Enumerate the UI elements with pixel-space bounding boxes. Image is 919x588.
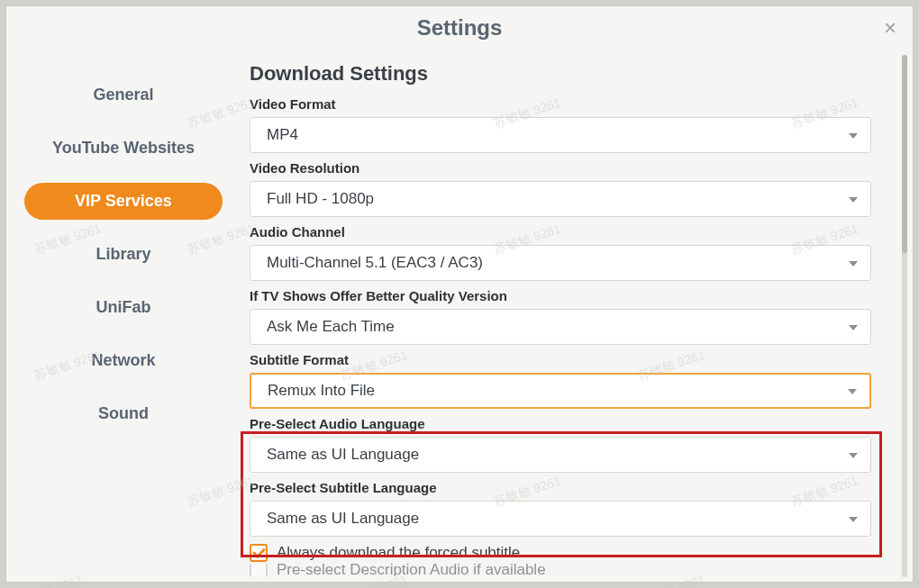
checkbox-desc-audio[interactable] (250, 564, 268, 576)
sidebar-item-sound[interactable]: Sound (24, 395, 223, 432)
select-value: Remux Into File (268, 382, 375, 400)
settings-sidebar: General YouTube Websites VIP Services Li… (6, 50, 241, 582)
chevron-down-icon (848, 389, 857, 394)
chevron-down-icon (849, 133, 858, 139)
select-audio-channel[interactable]: Multi-Channel 5.1 (EAC3 / AC3) (250, 245, 871, 281)
chevron-down-icon (849, 517, 858, 522)
dialog-titlebar: Settings × (6, 6, 913, 50)
sidebar-item-youtube-websites[interactable]: YouTube Websites (24, 130, 223, 167)
sidebar-item-library[interactable]: Library (24, 236, 223, 273)
label-tv-quality: If TV Shows Offer Better Quality Version (250, 288, 891, 303)
chevron-down-icon (849, 197, 858, 203)
close-icon[interactable]: × (884, 15, 896, 41)
checkbox-forced-subtitle-label: Always download the forced subtitle (277, 544, 520, 562)
select-value: Multi-Channel 5.1 (EAC3 / AC3) (267, 254, 483, 272)
content-scrollbar[interactable] (902, 55, 907, 577)
select-value: Full HD - 1080p (267, 190, 374, 208)
select-value: Same as UI Language (267, 446, 419, 464)
chevron-down-icon (849, 453, 858, 458)
dialog-title: Settings (417, 15, 503, 40)
label-pre-audio-lang: Pre-Select Audio Language (250, 416, 891, 431)
sidebar-item-general[interactable]: General (24, 77, 223, 113)
select-value: Ask Me Each Time (267, 318, 395, 336)
settings-dialog: Settings × General YouTube Websites VIP … (5, 5, 914, 583)
sidebar-item-unifab[interactable]: UniFab (24, 289, 223, 326)
select-pre-sub-lang[interactable]: Same as UI Language (250, 501, 871, 537)
label-video-resolution: Video Resolution (250, 160, 891, 176)
chevron-down-icon (849, 261, 858, 267)
label-subtitle-format: Subtitle Format (250, 352, 891, 367)
select-value: Same as UI Language (267, 510, 419, 528)
chevron-down-icon (849, 325, 858, 330)
select-video-resolution[interactable]: Full HD - 1080p (250, 181, 871, 217)
select-video-format[interactable]: MP4 (250, 117, 871, 153)
select-value: MP4 (267, 126, 298, 144)
section-heading: Download Settings (250, 62, 891, 86)
settings-content: Download Settings Video Format MP4 Video… (241, 50, 913, 582)
label-pre-sub-lang: Pre-Select Subtitle Language (250, 480, 891, 495)
select-pre-audio-lang[interactable]: Same as UI Language (250, 437, 871, 473)
label-video-format: Video Format (250, 96, 891, 112)
checkbox-desc-audio-label: Pre-select Description Audio if availabl… (277, 564, 546, 576)
sidebar-item-vip-services[interactable]: VIP Services (24, 183, 223, 220)
scroll-thumb[interactable] (902, 55, 907, 253)
select-tv-quality[interactable]: Ask Me Each Time (250, 309, 871, 345)
checkbox-forced-subtitle[interactable] (250, 544, 268, 562)
sidebar-item-network[interactable]: Network (24, 342, 223, 379)
label-audio-channel: Audio Channel (250, 224, 891, 240)
select-subtitle-format[interactable]: Remux Into File (250, 373, 871, 409)
